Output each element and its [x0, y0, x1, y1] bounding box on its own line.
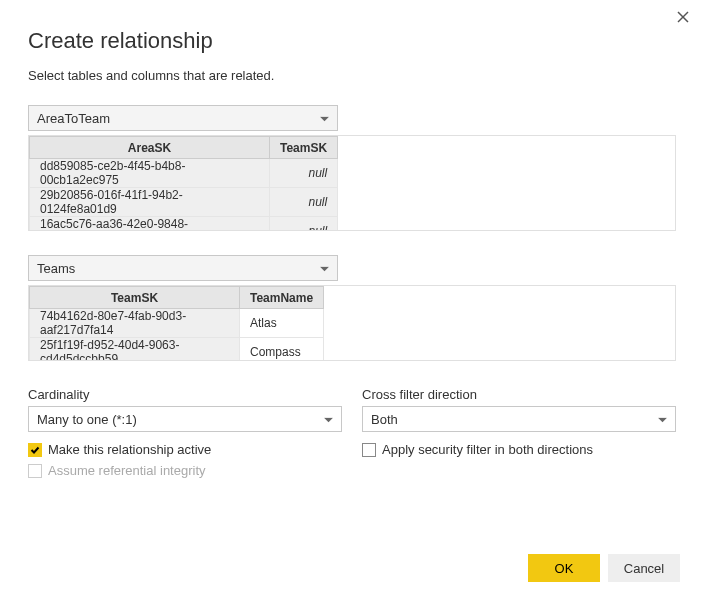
to-table-preview: TeamSK TeamName 74b4162d-80e7-4fab-90d3-…: [28, 285, 676, 361]
crossfilter-label: Cross filter direction: [362, 387, 676, 402]
table-row: 74b4162d-80e7-4fab-90d3-aaf217d7fa14Atla…: [30, 309, 324, 338]
active-checkbox[interactable]: Make this relationship active: [28, 442, 342, 457]
cardinality-label: Cardinality: [28, 387, 342, 402]
active-checkbox-label: Make this relationship active: [48, 442, 211, 457]
chevron-down-icon: [320, 261, 329, 276]
cardinality-select[interactable]: Many to one (*:1): [28, 406, 342, 432]
table-row: 29b20856-016f-41f1-94b2-0124fe8a01d9null: [30, 188, 338, 217]
from-col-header: TeamSK: [270, 137, 338, 159]
security-checkbox[interactable]: Apply security filter in both directions: [362, 442, 676, 457]
close-icon: [676, 10, 690, 24]
integrity-checkbox: Assume referential integrity: [28, 463, 342, 478]
crossfilter-select[interactable]: Both: [362, 406, 676, 432]
to-table-value: Teams: [37, 261, 75, 276]
dialog-title: Create relationship: [28, 28, 676, 54]
dialog-subtitle: Select tables and columns that are relat…: [28, 68, 676, 83]
checkbox-icon: [28, 464, 42, 478]
table-row: dd859085-ce2b-4f45-b4b8-00cb1a2ec975null: [30, 159, 338, 188]
from-col-header: AreaSK: [30, 137, 270, 159]
to-col-header: TeamName: [240, 287, 324, 309]
table-row: 16ac5c76-aa36-42e0-9848-024c6b334f2fnull: [30, 217, 338, 232]
from-table-select[interactable]: AreaToTeam: [28, 105, 338, 131]
chevron-down-icon: [320, 111, 329, 126]
table-row: 25f1f19f-d952-40d4-9063-cd4d5dccbb59Comp…: [30, 338, 324, 362]
checkbox-icon: [28, 443, 42, 457]
cancel-button[interactable]: Cancel: [608, 554, 680, 582]
checkbox-icon: [362, 443, 376, 457]
to-col-header: TeamSK: [30, 287, 240, 309]
from-table-preview: AreaSK TeamSK dd859085-ce2b-4f45-b4b8-00…: [28, 135, 676, 231]
chevron-down-icon: [658, 412, 667, 427]
security-checkbox-label: Apply security filter in both directions: [382, 442, 593, 457]
crossfilter-value: Both: [371, 412, 398, 427]
ok-button[interactable]: OK: [528, 554, 600, 582]
from-table-value: AreaToTeam: [37, 111, 110, 126]
chevron-down-icon: [324, 412, 333, 427]
to-table-select[interactable]: Teams: [28, 255, 338, 281]
cardinality-value: Many to one (*:1): [37, 412, 137, 427]
close-button[interactable]: [674, 8, 692, 26]
integrity-checkbox-label: Assume referential integrity: [48, 463, 206, 478]
